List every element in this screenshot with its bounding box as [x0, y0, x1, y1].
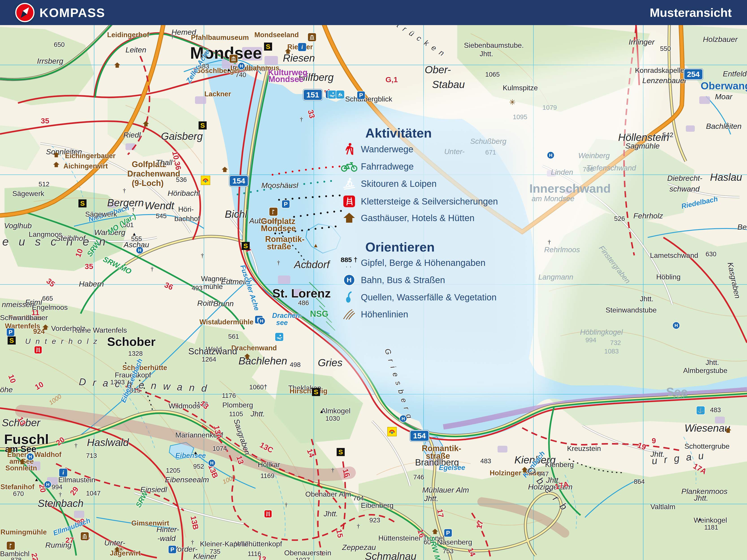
map-label: Egelsee [439, 464, 465, 471]
map-label: Almbergstube [683, 367, 727, 374]
windrose-icon: ✳ [118, 545, 124, 554]
map-label: Höllkar [258, 461, 280, 468]
map-label: 864 [634, 478, 645, 485]
map-label: 665 [42, 295, 53, 302]
map-label: Engelmoos [32, 304, 68, 311]
map-label: 1116 [248, 551, 261, 557]
map-label: Valtlalm [650, 503, 675, 510]
legend-item-label: Skitouren & Loipen [361, 179, 437, 189]
map-label: Schoberhütte [122, 364, 167, 371]
map-label: Höri- [178, 206, 194, 213]
map-label: Jhtt. [251, 410, 265, 418]
church-icon: † [171, 33, 174, 40]
church-icon: † [151, 266, 154, 273]
map-label: Schmalnau [365, 551, 416, 560]
map-label: Rehrlmoos [544, 246, 580, 254]
map-label: 1060† [249, 384, 267, 391]
map-label: Plomberg [222, 401, 253, 408]
map-label: Jhtt. [694, 494, 708, 502]
map-label: Habern [79, 280, 104, 288]
legend-item: HBahn, Bus & Straßen [337, 274, 498, 286]
map-label: Mooshäusl [261, 182, 298, 189]
map-label: 15 [335, 528, 344, 538]
hut-icon [143, 121, 149, 127]
legend-item: Wanderwege [337, 143, 498, 156]
map-label: 1205 [166, 467, 180, 474]
musteransicht-page: 650IrrsbergLeidingerhofLeitenRiedlSonnle… [0, 0, 747, 560]
map-label: Oberwang [701, 81, 747, 91]
map-label: Drachenwand [231, 345, 277, 351]
info-icon: i [59, 468, 68, 477]
map-label: 550 [660, 46, 671, 52]
map-label: Lenzenbauer [642, 77, 687, 84]
map-label: Sonnleitn [5, 464, 37, 472]
map-label: 1105 [229, 411, 243, 417]
golf-icon [6, 541, 15, 550]
map-label: öhe [0, 386, 13, 393]
map-label: Holzbauer [703, 35, 738, 43]
map-label: Konradskapelle [635, 67, 685, 74]
map-label: G,1 [386, 76, 398, 83]
map-label: Drachenwand [127, 170, 180, 178]
map-label: -wald [157, 534, 176, 542]
map-label: Schwandbauer [0, 314, 48, 321]
map-label: Obenauerstein [284, 549, 331, 556]
map-label: Schottergrube [685, 443, 729, 450]
museum-icon [229, 54, 238, 63]
hut-icon [432, 529, 438, 534]
map-label: Innerschwand [530, 182, 611, 194]
map-label: Jhtt. [324, 510, 338, 517]
map-label: Riedl [123, 131, 140, 139]
map-label: 732 [610, 340, 621, 346]
church-icon: † [123, 187, 126, 194]
map-label: 1176 [222, 393, 236, 399]
bus-stop-icon: H [337, 274, 361, 286]
map-label: see [276, 319, 288, 326]
hut-icon [114, 62, 121, 68]
kompass-compass-icon [15, 3, 34, 22]
map-label: 1074 [212, 445, 227, 452]
map-label: Lametschwand [650, 252, 698, 259]
church-icon: † [277, 259, 280, 266]
bus-stop-icon: H [44, 481, 52, 488]
map-label: 35 [85, 263, 93, 270]
bus-stop-icon: H [400, 415, 407, 423]
hut-icon [42, 324, 49, 330]
legend-item-label: Gasthäuser, Hotels & Hütten [361, 213, 474, 223]
hiker-icon [337, 143, 361, 156]
legend-item-label: Bahn, Bus & Straßen [361, 275, 445, 285]
hut-icon [337, 213, 361, 223]
swim-icon [328, 90, 337, 99]
windrose-icon: ✳ [509, 98, 516, 107]
map-label: Leiten [126, 46, 146, 54]
map-label: (9-Loch) [132, 179, 163, 187]
hut-icon [53, 162, 60, 167]
map-label: Entfelden [723, 70, 747, 78]
bus-stop-icon: H [237, 62, 245, 70]
map-label: Wiesenau [685, 423, 730, 433]
map-label: Eichingerbauer [65, 152, 115, 159]
legend-item: Quellen, Wasserfälle & Vegetation [337, 291, 498, 303]
map-label: 526 [614, 215, 625, 222]
map-label: Ebner's Waldhof [7, 451, 61, 458]
hut-icon [19, 459, 26, 464]
info-icon: i [298, 43, 307, 52]
map-label: 923 [369, 517, 380, 524]
map-label: Hirschsteig [289, 388, 328, 395]
map-label: Sägewerk [85, 211, 117, 218]
legend-activities-list: WanderwegeFahrradwegeSkitouren & LoipenK… [337, 143, 498, 223]
map-label: Riesen [283, 53, 315, 63]
map-label: 9 [652, 437, 656, 445]
map-label: Obenauer Alm [305, 490, 351, 498]
map-label: Almkogel [321, 407, 351, 415]
legend-item: 885 †· ·Gipfel, Berge & Höhenangaben [337, 257, 498, 269]
map-label: Steiblhof [56, 234, 85, 242]
bus-stop-icon: H [258, 317, 265, 325]
church-icon: † [663, 133, 666, 140]
church-icon: † [285, 502, 288, 508]
map-label: 22 [30, 552, 40, 560]
legend-orientation-title: Orientieren [365, 239, 498, 255]
map-label: Weinberg [578, 152, 610, 159]
map-label: Vorderholz [51, 325, 85, 332]
climbing-icon [34, 346, 42, 354]
